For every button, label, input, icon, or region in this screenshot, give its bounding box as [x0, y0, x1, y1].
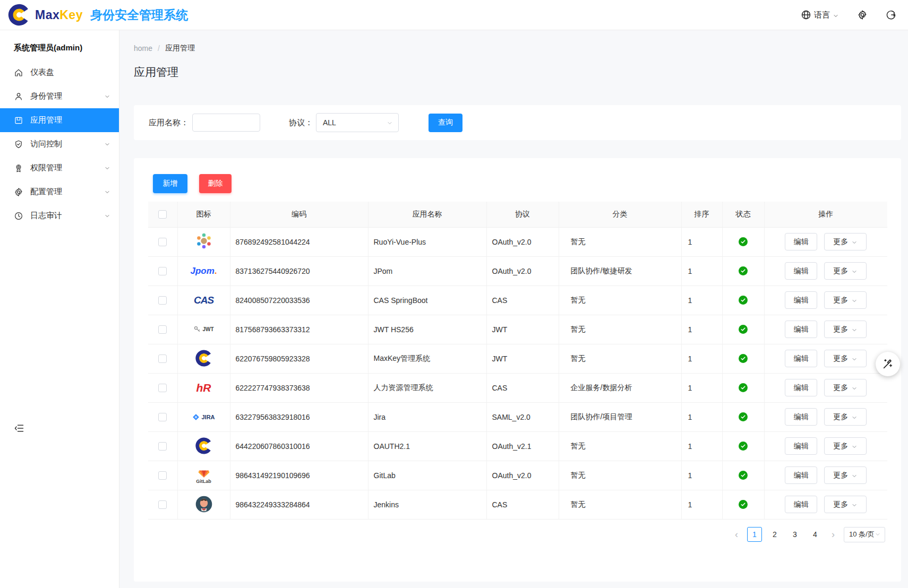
header-checkbox-cell	[148, 202, 177, 227]
sidebar-collapse-button[interactable]	[14, 423, 24, 436]
app-protocol: OAuth_v2.0	[486, 461, 559, 490]
status-enabled-icon	[739, 500, 748, 509]
floating-tool-button[interactable]	[876, 352, 900, 376]
app-sort: 1	[681, 490, 722, 519]
more-label: 更多	[833, 471, 848, 480]
status-enabled-icon	[739, 412, 748, 421]
sidebar-item-dashboard[interactable]: 仪表盘	[0, 60, 119, 84]
app-category: 暂无	[559, 315, 681, 344]
sidebar-item-access[interactable]: 访问控制	[0, 132, 119, 156]
sidebar-menu: 仪表盘身份管理应用管理访问控制权限管理配置管理日志审计	[0, 60, 119, 228]
app-protocol: JWT	[486, 315, 559, 344]
app-name: GitLab	[368, 461, 486, 490]
sidebar-item-audit[interactable]: 日志审计	[0, 204, 119, 228]
settings-gear-button[interactable]	[857, 10, 868, 20]
sidebar-item-apps[interactable]: 应用管理	[0, 108, 119, 132]
row-checkbox[interactable]	[158, 296, 167, 305]
chevron-down-icon	[833, 12, 839, 18]
breadcrumb-home-link[interactable]: home	[134, 44, 152, 53]
more-button[interactable]: 更多	[824, 233, 867, 250]
jwt-logo: JWT	[193, 319, 213, 340]
app-code: 986431492190109696	[230, 461, 368, 490]
language-switch[interactable]: 语言	[801, 10, 839, 20]
page-size-select[interactable]: 10 条/页	[844, 527, 885, 542]
more-button[interactable]: 更多	[824, 437, 867, 455]
brand-key: Key	[59, 8, 83, 22]
chevron-down-icon	[104, 93, 110, 100]
search-button[interactable]: 查询	[429, 114, 462, 132]
more-button[interactable]: 更多	[824, 496, 867, 513]
edit-button[interactable]: 编辑	[785, 233, 817, 250]
dashboard-icon	[14, 68, 23, 77]
edit-button[interactable]: 编辑	[785, 350, 817, 367]
more-button[interactable]: 更多	[824, 291, 867, 309]
app-name: JWT HS256	[368, 315, 486, 344]
chevron-down-icon	[851, 443, 858, 449]
edit-button[interactable]: 编辑	[785, 379, 817, 396]
more-button[interactable]: 更多	[824, 379, 867, 396]
row-checkbox[interactable]	[158, 471, 167, 480]
sidebar-item-permission[interactable]: 权限管理	[0, 156, 119, 180]
next-page-button[interactable]: ›	[828, 529, 838, 540]
logout-button[interactable]	[886, 10, 896, 20]
chevron-down-icon	[104, 213, 110, 219]
app-name-input[interactable]	[192, 114, 260, 132]
status-enabled-icon	[739, 383, 748, 392]
page-number-4[interactable]: 4	[808, 527, 823, 542]
delete-button[interactable]: 删除	[199, 174, 232, 193]
row-checkbox[interactable]	[158, 267, 167, 275]
more-button[interactable]: 更多	[824, 466, 867, 484]
app-sort: 1	[681, 402, 722, 431]
identity-icon	[14, 92, 23, 101]
edit-button[interactable]: 编辑	[785, 408, 817, 426]
more-button[interactable]: 更多	[824, 262, 867, 280]
protocol-label: 协议：	[289, 118, 313, 128]
status-enabled-icon	[739, 325, 748, 334]
more-button[interactable]: 更多	[824, 321, 867, 338]
table-row: hR622227747938373638人力资源管理系统CAS企业服务/数据分析…	[148, 373, 887, 402]
app-code: 986432249333284864	[230, 490, 368, 519]
brand: MaxKey 身份安全管理系统	[7, 3, 188, 27]
column-header: 操作	[764, 202, 887, 227]
more-button[interactable]: 更多	[824, 350, 867, 367]
row-checkbox[interactable]	[158, 500, 167, 509]
select-all-checkbox[interactable]	[158, 210, 167, 219]
row-checkbox[interactable]	[158, 384, 167, 392]
sidebar-item-identity[interactable]: 身份管理	[0, 84, 119, 108]
add-button[interactable]: 新增	[153, 174, 187, 193]
app-category: 企业服务/数据分析	[559, 373, 681, 402]
row-checkbox[interactable]	[158, 325, 167, 334]
sidebar-item-config[interactable]: 配置管理	[0, 180, 119, 204]
maxkey-logo	[195, 348, 213, 368]
more-label: 更多	[833, 442, 848, 451]
app-protocol: CAS	[486, 490, 559, 519]
chevron-down-icon	[387, 119, 393, 126]
edit-button[interactable]: 编辑	[785, 437, 817, 455]
table-header-row: 图标编码应用名称协议分类排序状态操作	[148, 202, 887, 227]
row-checkbox[interactable]	[158, 354, 167, 363]
table-row: Jpom.837136275440926720JPomOAuth_v2.0团队协…	[148, 256, 887, 286]
audit-icon	[14, 211, 23, 221]
prev-page-button[interactable]: ‹	[731, 529, 742, 540]
app-protocol: OAuth_v2.1	[486, 431, 559, 461]
table-row: CAS824008507220033536CAS SpringBootCAS暂无…	[148, 286, 887, 315]
row-checkbox[interactable]	[158, 238, 167, 246]
edit-button[interactable]: 编辑	[785, 466, 817, 484]
protocol-select[interactable]: ALL	[316, 113, 399, 132]
page-number-3[interactable]: 3	[787, 527, 802, 542]
page-number-1[interactable]: 1	[747, 527, 762, 542]
edit-button[interactable]: 编辑	[785, 496, 817, 513]
page-title: 应用管理	[134, 65, 901, 80]
page-number-2[interactable]: 2	[767, 527, 782, 542]
ruoyi-flower-logo	[194, 231, 214, 251]
edit-button[interactable]: 编辑	[785, 321, 817, 338]
edit-button[interactable]: 编辑	[785, 262, 817, 280]
table-row: JWT817568793663373312JWT HS256JWT暂无1编辑更多	[148, 315, 887, 344]
sidebar-item-label: 应用管理	[30, 115, 62, 125]
row-checkbox[interactable]	[158, 442, 167, 451]
more-button[interactable]: 更多	[824, 408, 867, 426]
edit-button[interactable]: 编辑	[785, 291, 817, 309]
table-body: 876892492581044224RuoYi-Vue-PlusOAuth_v2…	[148, 227, 887, 519]
more-label: 更多	[833, 354, 848, 364]
row-checkbox[interactable]	[158, 413, 167, 421]
